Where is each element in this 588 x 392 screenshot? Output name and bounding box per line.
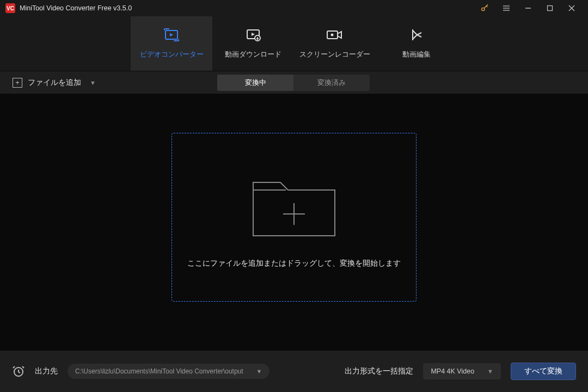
svg-marker-9 [170,33,173,36]
segment-converting[interactable]: 変換中 [217,75,293,91]
tab-video-converter[interactable]: ビデオコンバーター [131,16,212,71]
app-logo-icon: VC [5,3,15,13]
output-format-label: 出力形式を一括指定 [345,366,413,376]
key-icon[interactable] [474,0,495,16]
segment-converted[interactable]: 変換済み [293,75,370,91]
output-format-value: MP4 4K Video [431,367,474,375]
main-tabs: ビデオコンバーター 動画ダウンロード スクリーンレコーダー 動画編集 [0,16,588,71]
chevron-down-icon: ▼ [487,368,493,375]
add-file-label: ファイルを追加 [28,78,81,88]
download-icon [245,28,261,42]
dropzone[interactable]: ここにファイルを追加またはドラッグして、変換を開始します [171,133,416,302]
maximize-button[interactable] [539,0,561,16]
add-file-plus-icon: + [13,78,22,88]
status-segmented: 変換中 変換済み [217,75,370,91]
menu-icon[interactable] [495,0,517,16]
tab-label: スクリーンレコーダー [299,50,370,59]
tab-label: ビデオコンバーター [140,50,204,59]
subbar: + ファイルを追加 ▼ 変換中 変換済み [0,71,588,95]
folder-plus-icon [248,166,340,242]
workspace: ここにファイルを追加またはドラッグして、変換を開始します [0,95,588,351]
dropzone-hint: ここにファイルを追加またはドラッグして、変換を開始します [187,259,401,268]
tab-video-download[interactable]: 動画ダウンロード [212,16,294,71]
converter-icon [163,28,180,42]
convert-all-button[interactable]: すべて変換 [511,363,576,380]
tab-label: 動画ダウンロード [225,50,281,59]
minimize-button[interactable] [517,0,539,16]
chevron-down-icon: ▼ [256,368,262,375]
output-path-value: C:\Users\lizlu\Documents\MiniTool Video … [75,367,243,375]
edit-icon [409,28,424,42]
recorder-icon [326,28,344,42]
tab-screen-recorder[interactable]: スクリーンレコーダー [294,16,376,71]
svg-marker-11 [252,33,255,36]
tab-video-edit[interactable]: 動画編集 [376,16,457,71]
output-dest-label: 出力先 [35,366,58,376]
tab-label: 動画編集 [402,50,431,59]
titlebar: VC MiniTool Video Converter Free v3.5.0 [0,0,588,16]
bottombar: 出力先 C:\Users\lizlu\Documents\MiniTool Vi… [0,351,588,392]
svg-rect-5 [548,6,553,11]
close-button[interactable] [561,0,583,16]
clock-icon[interactable] [12,365,25,378]
output-format-select[interactable]: MP4 4K Video ▼ [423,363,501,379]
app-title: MiniTool Video Converter Free v3.5.0 [20,4,132,12]
output-path-select[interactable]: C:\Users\lizlu\Documents\MiniTool Video … [68,364,270,379]
add-file-button[interactable]: + ファイルを追加 ▼ [8,75,100,91]
chevron-down-icon: ▼ [90,79,96,86]
svg-point-14 [331,34,334,36]
